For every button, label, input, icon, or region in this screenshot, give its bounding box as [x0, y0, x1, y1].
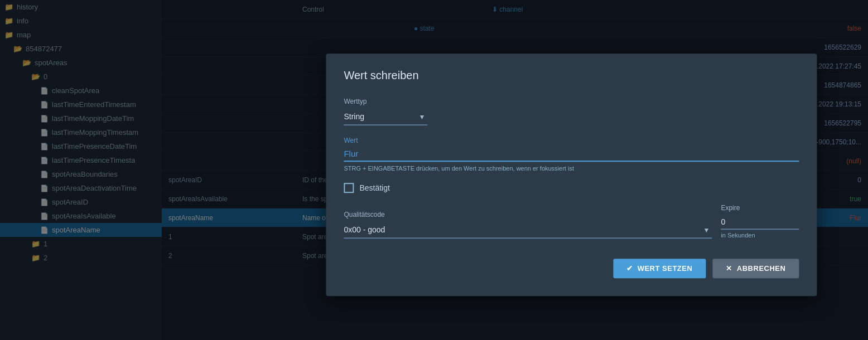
- wert-setzen-button[interactable]: ✔ WERT SETZEN: [613, 259, 706, 278]
- wert-hint: STRG + EINGABETASTE drücken, um den Wert…: [344, 165, 799, 172]
- werttyp-label: Werttyp: [344, 98, 799, 105]
- close-icon: ✕: [726, 264, 732, 273]
- werttyp-select[interactable]: String: [344, 109, 427, 125]
- btn-set-label: WERT SETZEN: [638, 264, 693, 273]
- bottom-row: Qualitätscode 0x00 - good ▼ Expire in Se…: [344, 204, 799, 239]
- bestatigt-row: Bestätigt: [344, 183, 799, 193]
- expire-group: Expire in Sekunden: [721, 204, 799, 239]
- bestatigt-label: Bestätigt: [359, 183, 389, 192]
- abbrechen-button[interactable]: ✕ ABBRECHEN: [712, 259, 799, 278]
- qualitaet-select-wrapper: 0x00 - good ▼: [344, 222, 712, 239]
- btn-cancel-label: ABBRECHEN: [737, 264, 786, 273]
- werttyp-group: Werttyp String ▼: [344, 98, 799, 125]
- write-value-dialog: Wert schreiben Werttyp String ▼ Wert STR…: [326, 54, 817, 296]
- in-sekunden-label: in Sekunden: [721, 232, 799, 239]
- dialog-actions: ✔ WERT SETZEN ✕ ABBRECHEN: [344, 259, 799, 278]
- checkmark-icon: ✔: [626, 264, 633, 273]
- qualitaet-select[interactable]: 0x00 - good: [344, 222, 712, 239]
- expire-label: Expire: [721, 204, 799, 212]
- bestatigt-checkbox[interactable]: [344, 183, 354, 193]
- wert-input[interactable]: [344, 147, 799, 162]
- werttyp-select-wrapper: String ▼: [344, 109, 427, 125]
- qualitaet-label: Qualitätscode: [344, 211, 712, 218]
- expire-input[interactable]: [721, 215, 799, 230]
- wert-label: Wert: [344, 137, 799, 144]
- wert-group: Wert STRG + EINGABETASTE drücken, um den…: [344, 137, 799, 172]
- qualitaet-group: Qualitätscode 0x00 - good ▼: [344, 211, 712, 239]
- dialog-title: Wert schreiben: [344, 69, 799, 82]
